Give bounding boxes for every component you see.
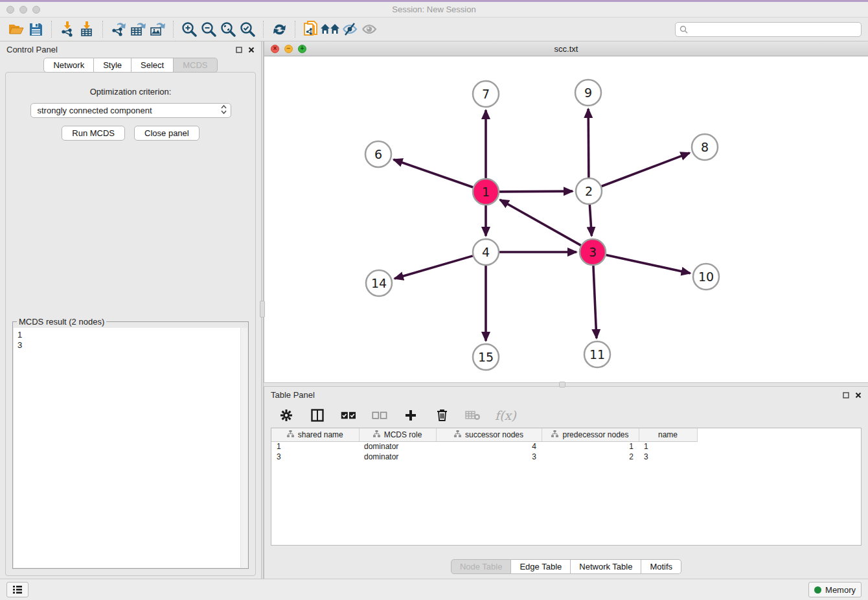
split-view-icon[interactable]	[308, 406, 326, 424]
tab-network[interactable]: Network	[43, 58, 94, 73]
search-box	[675, 22, 862, 37]
table-toolbar: f(x)	[264, 403, 868, 428]
node-label-3: 3	[589, 245, 597, 259]
add-column-icon[interactable]	[402, 406, 420, 424]
search-input[interactable]	[675, 22, 862, 37]
search-icon	[680, 25, 688, 36]
edge-4-14[interactable]	[394, 256, 473, 279]
hierarchy-icon	[551, 430, 558, 439]
zoom-selected-icon[interactable]	[238, 20, 257, 38]
zoom-fit-icon[interactable]	[218, 20, 238, 38]
tab-mcds[interactable]: MCDS	[174, 58, 217, 73]
node-label-4: 4	[482, 245, 490, 259]
zoom-out-icon[interactable]	[199, 20, 218, 38]
cell-shared-name[interactable]: 1	[271, 441, 359, 452]
network-canvas[interactable]: 7968124314101511	[264, 56, 868, 382]
mcds-panel: Optimization criterion: strongly connect…	[5, 72, 256, 576]
function-builder-icon[interactable]: f(x)	[495, 408, 516, 422]
edge-2-9[interactable]	[588, 109, 589, 178]
export-table-icon[interactable]	[128, 20, 148, 38]
delete-column-icon[interactable]	[433, 406, 451, 424]
save-session-icon[interactable]	[26, 20, 45, 38]
node-label-7: 7	[482, 87, 490, 101]
tab-style[interactable]: Style	[94, 58, 131, 73]
node-label-8: 8	[701, 140, 709, 154]
edge-1-6[interactable]	[394, 159, 474, 187]
hide-selected-icon[interactable]	[340, 20, 360, 38]
edge-3-1[interactable]	[500, 200, 581, 245]
edge-3-11[interactable]	[593, 266, 597, 338]
mcds-result-textarea[interactable]: 1 3	[14, 328, 247, 568]
optimization-criterion-select[interactable]: strongly connected component	[30, 103, 231, 118]
task-history-button[interactable]	[6, 582, 29, 597]
tab-network-table[interactable]: Network Table	[571, 559, 641, 574]
tab-node-table[interactable]: Node Table	[451, 559, 512, 574]
tab-select[interactable]: Select	[131, 58, 174, 73]
network-zoom-button[interactable]: +	[298, 45, 306, 53]
network-view-titlebar[interactable]: × − + scc.txt	[264, 41, 868, 56]
select-all-icon[interactable]	[339, 406, 358, 424]
edge-2-3[interactable]	[589, 205, 591, 236]
column-header-successor-nodes[interactable]: successor nodes	[436, 428, 542, 441]
cell-successor-nodes[interactable]: 3	[436, 452, 542, 462]
cell-MCDS-role[interactable]: dominator	[359, 441, 436, 452]
close-panel-icon[interactable]	[248, 47, 255, 53]
hierarchy-icon	[454, 430, 461, 439]
cell-successor-nodes[interactable]: 4	[436, 441, 542, 452]
table-row[interactable]: 3dominator323	[271, 452, 697, 462]
horizontal-splitter[interactable]	[264, 382, 868, 387]
tab-motifs[interactable]: Motifs	[641, 559, 681, 574]
app-titlebar: Session: New Session	[0, 2, 868, 17]
tab-edge-table[interactable]: Edge Table	[511, 559, 571, 574]
deselect-all-icon[interactable]	[371, 406, 389, 424]
edge-1-2[interactable]	[499, 191, 573, 192]
edge-3-10[interactable]	[606, 255, 691, 273]
open-file-icon[interactable]	[6, 20, 26, 38]
float-panel-icon[interactable]	[843, 392, 849, 398]
network-close-button[interactable]: ×	[271, 45, 279, 53]
column-header-name[interactable]: name	[639, 428, 697, 441]
table-row[interactable]: 1dominator411	[271, 441, 697, 452]
splitter-grip[interactable]	[559, 382, 565, 387]
edge-2-8[interactable]	[602, 153, 690, 187]
float-panel-icon[interactable]	[236, 47, 242, 53]
mcds-result-title: MCDS result (2 nodes)	[17, 317, 106, 327]
cell-name[interactable]: 3	[639, 452, 697, 462]
result-scrollbar[interactable]	[240, 328, 247, 568]
cell-MCDS-role[interactable]: dominator	[359, 452, 436, 462]
column-header-MCDS-role[interactable]: MCDS role	[359, 428, 436, 441]
cell-shared-name[interactable]: 3	[271, 452, 359, 462]
show-all-icon[interactable]	[360, 20, 379, 38]
node-label-11: 11	[589, 347, 605, 362]
cell-predecessor-nodes[interactable]: 2	[542, 452, 639, 462]
hierarchy-icon	[287, 430, 294, 439]
column-header-predecessor-nodes[interactable]: predecessor nodes	[542, 428, 639, 441]
first-neighbors-icon[interactable]	[321, 20, 340, 38]
control-panel-tabs: NetworkStyleSelectMCDS	[0, 58, 261, 73]
clone-network-icon[interactable]	[301, 20, 321, 38]
run-mcds-button[interactable]: Run MCDS	[62, 126, 125, 141]
table-settings-icon[interactable]	[277, 406, 295, 424]
network-view-title: scc.txt	[264, 44, 868, 54]
memory-button[interactable]: Memory	[808, 582, 862, 597]
column-header-shared-name[interactable]: shared name	[271, 428, 359, 441]
export-image-icon[interactable]	[148, 20, 167, 38]
delete-table-icon[interactable]	[464, 406, 482, 424]
toolbar-separator	[102, 21, 103, 38]
import-network-icon[interactable]	[58, 20, 77, 38]
optimization-criterion-label: Optimization criterion:	[12, 87, 249, 97]
import-table-icon[interactable]	[77, 20, 97, 38]
close-panel-icon[interactable]	[855, 392, 862, 398]
export-network-icon[interactable]	[109, 20, 128, 38]
vertical-splitter[interactable]	[261, 41, 264, 579]
apply-layout-icon[interactable]	[269, 20, 289, 38]
status-bar: Memory	[0, 579, 868, 600]
node-label-9: 9	[584, 86, 592, 100]
close-panel-button[interactable]: Close panel	[134, 126, 200, 141]
table-panel: Table Panel	[264, 387, 868, 579]
splitter-grip[interactable]	[260, 301, 265, 317]
cell-predecessor-nodes[interactable]: 1	[542, 441, 639, 452]
cell-name[interactable]: 1	[639, 441, 697, 452]
network-minimize-button[interactable]: −	[284, 45, 293, 53]
zoom-in-icon[interactable]	[179, 20, 199, 38]
